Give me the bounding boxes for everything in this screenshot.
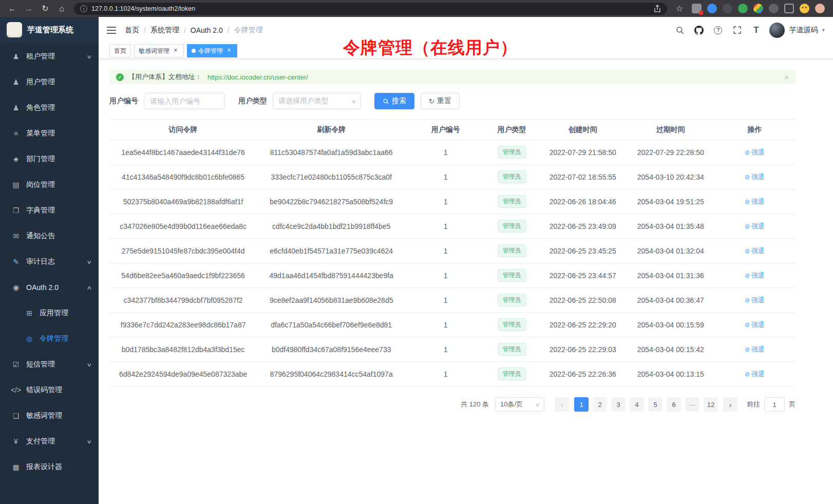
page-number-button[interactable]: 12 bbox=[704, 397, 718, 412]
sidebar-item[interactable]: ♟ 角色管理 bbox=[0, 95, 99, 121]
audit-log-icon: ✎ bbox=[10, 258, 22, 266]
page-size-select[interactable]: 10条/页 ∨ bbox=[495, 397, 544, 412]
page-number-button[interactable]: ··· bbox=[685, 397, 699, 412]
reload-icon[interactable]: ↻ bbox=[38, 2, 52, 15]
page-number-button[interactable]: 2 bbox=[593, 397, 607, 412]
forward-icon[interactable]: → bbox=[22, 2, 36, 15]
home-icon[interactable]: ⌂ bbox=[54, 2, 69, 15]
site-info-icon[interactable]: i bbox=[80, 5, 87, 12]
page-number-button[interactable]: 4 bbox=[630, 397, 644, 412]
table-row: b0d1785bc3a8482f812db4a3f3bd15ec b0df498… bbox=[109, 337, 796, 362]
extensions-puzzle-icon[interactable] bbox=[753, 4, 763, 13]
force-logout-link[interactable]: ⊘ 强退 bbox=[745, 222, 765, 231]
doc-link[interactable]: https://doc.iocoder.cn/user-center/ bbox=[207, 73, 308, 81]
page-number-button[interactable]: 3 bbox=[611, 397, 626, 412]
user-id-cell: 1 bbox=[406, 288, 485, 313]
user-id-input[interactable] bbox=[144, 93, 225, 109]
user-type-badge: 管理员 bbox=[498, 318, 526, 331]
sidebar-item[interactable]: ¥ 支付管理 ∨ bbox=[0, 429, 99, 454]
force-logout-link[interactable]: ⊘ 强退 bbox=[745, 296, 765, 305]
font-size-icon[interactable]: T bbox=[750, 25, 762, 36]
search-icon[interactable] bbox=[674, 25, 686, 36]
breadcrumb-item[interactable]: 系统管理 bbox=[150, 26, 179, 35]
search-button[interactable]: 搜索 bbox=[374, 93, 414, 109]
sms-icon: ☑ bbox=[10, 360, 22, 369]
action-cell: ⊘ 强退 bbox=[714, 140, 796, 165]
force-logout-link[interactable]: ⊘ 强退 bbox=[745, 370, 765, 379]
action-cell: ⊘ 强退 bbox=[714, 288, 796, 313]
user-type-select[interactable]: 请选择用户类型 ∨ bbox=[273, 93, 361, 109]
logo-image bbox=[7, 22, 22, 37]
force-logout-link[interactable]: ⊘ 强退 bbox=[745, 197, 765, 206]
page-tab[interactable]: 令牌管理 × bbox=[187, 44, 237, 57]
create-time-cell: 2022-06-25 22:26:36 bbox=[538, 362, 628, 386]
dark-extension-icon[interactable] bbox=[723, 4, 732, 13]
paw-extension-icon[interactable] bbox=[769, 4, 779, 13]
total-count: 共 120 条 bbox=[461, 400, 489, 409]
sidebar-item[interactable]: ◎ 令牌管理 bbox=[0, 326, 99, 352]
sidebar-item[interactable]: ♟ 用户管理 bbox=[0, 69, 99, 95]
page-tab[interactable]: 敏感词管理 × bbox=[134, 44, 184, 57]
bookmark-star-icon[interactable]: ☆ bbox=[672, 2, 687, 15]
force-logout-link[interactable]: ⊘ 强退 bbox=[745, 345, 765, 354]
user-menu[interactable]: 芋道源码 ▾ bbox=[769, 23, 825, 38]
sidebar-item[interactable]: ◉ OAuth 2.0 ∧ bbox=[0, 275, 99, 300]
fullscreen-icon[interactable] bbox=[731, 25, 743, 36]
sidebar-item[interactable]: ▦ 报表设计器 bbox=[0, 454, 99, 480]
help-icon[interactable]: ? bbox=[712, 25, 724, 36]
breadcrumb-item[interactable]: 令牌管理 bbox=[234, 26, 263, 35]
force-logout-link[interactable]: ⊘ 强退 bbox=[745, 320, 765, 329]
sidebar-item[interactable]: ♟ 租户管理 ∨ bbox=[0, 44, 99, 69]
force-logout-link[interactable]: ⊘ 强退 bbox=[745, 246, 765, 256]
force-logout-link[interactable]: ⊘ 强退 bbox=[745, 271, 765, 280]
goto-page-input[interactable] bbox=[764, 397, 785, 412]
browser-toolbar: ← → ↻ ⌂ i 127.0.0.1:1024/system/oauth2/t… bbox=[0, 0, 833, 17]
sidebar-item[interactable]: ❐ 字典管理 bbox=[0, 198, 99, 223]
sidebar-item-label: 用户管理 bbox=[26, 77, 55, 87]
sidebar-collapse-icon[interactable] bbox=[107, 27, 116, 34]
sidebar-item[interactable]: ✉ 通知公告 bbox=[0, 223, 99, 249]
user-type-cell: 管理员 bbox=[485, 288, 538, 313]
table-row: c342377bf8b344799dcbf7bf095287f2 9ce8ef2… bbox=[109, 288, 796, 313]
browser-menu-icon[interactable] bbox=[815, 4, 825, 13]
user-type-cell: 管理员 bbox=[485, 239, 538, 263]
green-extension-icon[interactable] bbox=[738, 4, 748, 13]
back-icon[interactable]: ← bbox=[5, 2, 20, 15]
alert-close-icon[interactable]: × bbox=[784, 73, 789, 82]
sidebar-item[interactable]: ⊞ 应用管理 bbox=[0, 300, 99, 326]
close-icon[interactable]: × bbox=[225, 47, 233, 54]
page-number-button[interactable]: 6 bbox=[667, 397, 681, 412]
sidebar-item[interactable]: </> 错误码管理 bbox=[0, 377, 99, 403]
github-icon[interactable] bbox=[693, 25, 705, 36]
page-tab[interactable]: 首页 bbox=[109, 44, 131, 57]
user-avatar bbox=[769, 23, 785, 38]
sidebar-item[interactable]: ≡ 菜单管理 bbox=[0, 121, 99, 146]
sidebar-item[interactable]: ✎ 审计日志 ∨ bbox=[0, 249, 99, 275]
page-number-button[interactable]: 5 bbox=[648, 397, 662, 412]
app-logo[interactable]: 芋道管理系统 bbox=[0, 17, 99, 43]
sidebar-item[interactable]: ♣ 部门管理 bbox=[0, 146, 99, 172]
share-icon[interactable] bbox=[654, 5, 661, 13]
force-logout-icon: ⊘ bbox=[745, 247, 750, 255]
user-name: 芋道源码 bbox=[789, 26, 818, 35]
reset-button[interactable]: ↻ 重置 bbox=[421, 93, 460, 109]
sidebar-item[interactable]: ▤ 岗位管理 bbox=[0, 172, 99, 198]
force-logout-link[interactable]: ⊘ 强退 bbox=[745, 148, 765, 157]
close-icon[interactable]: × bbox=[172, 47, 179, 54]
caret-down-icon: ▾ bbox=[822, 27, 825, 33]
breadcrumb-item[interactable]: OAuth 2.0 bbox=[191, 26, 223, 34]
sidebar-item[interactable]: ❏ 敏感词管理 bbox=[0, 403, 99, 429]
success-check-icon: ✓ bbox=[116, 73, 124, 81]
force-logout-link[interactable]: ⊘ 强退 bbox=[745, 172, 765, 182]
side-panel-icon[interactable] bbox=[784, 4, 794, 13]
adblock-extension-icon[interactable] bbox=[692, 4, 702, 13]
blue-extension-icon[interactable] bbox=[707, 4, 717, 13]
next-page-button[interactable]: › bbox=[723, 397, 737, 412]
page-number-button[interactable]: 1 bbox=[574, 397, 589, 412]
url-bar[interactable]: i 127.0.0.1:1024/system/oauth2/token bbox=[74, 3, 667, 15]
url-text[interactable]: 127.0.0.1:1024/system/oauth2/token bbox=[91, 5, 650, 12]
sidebar-item[interactable]: ☑ 短信管理 ∨ bbox=[0, 352, 99, 377]
prev-page-button[interactable]: ‹ bbox=[555, 397, 569, 412]
profile-avatar-icon[interactable] bbox=[800, 4, 809, 13]
breadcrumb-item[interactable]: 首页 bbox=[125, 26, 139, 35]
